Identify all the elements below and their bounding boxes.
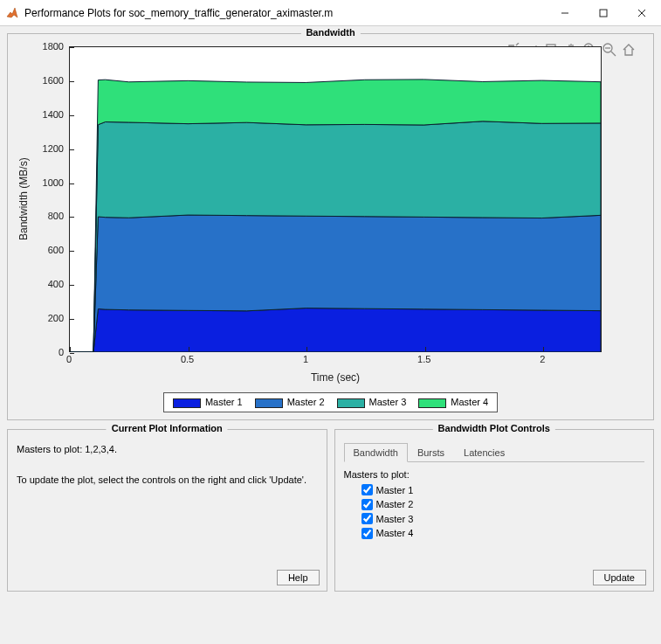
master-checkbox-label: Master 4 <box>376 526 414 541</box>
legend-label: Master 2 <box>287 397 325 407</box>
legend[interactable]: Master 1Master 2Master 3Master 4 <box>163 392 498 412</box>
legend-label: Master 3 <box>369 397 407 407</box>
y-axis-label: Bandwidth (MB/s) <box>15 46 32 352</box>
legend-entry[interactable]: Master 2 <box>255 397 325 408</box>
matlab-icon <box>5 6 19 20</box>
info-panel-title: Current Plot Information <box>107 423 228 433</box>
ctrl-panel-title: Bandwidth Plot Controls <box>433 423 555 433</box>
info-line-2: To update the plot, select the controls … <box>17 473 318 488</box>
svg-rect-1 <box>600 10 607 17</box>
y-axis-ticks: 020040060080010001200140016001800 <box>32 46 69 352</box>
window-title: Performance Plots for soc_memory_traffic… <box>24 7 546 19</box>
info-line-1: Masters to plot: 1,2,3,4. <box>17 442 318 458</box>
master-checkbox-row[interactable]: Master 1 <box>361 483 645 498</box>
help-button[interactable]: Help <box>277 570 320 585</box>
x-tick: 0 <box>66 354 72 364</box>
svg-line-10 <box>611 52 616 56</box>
close-button[interactable] <box>623 0 661 26</box>
y-tick: 400 <box>48 279 64 289</box>
masters-to-plot-label: Masters to plot: <box>344 469 645 480</box>
x-tick: 2 <box>540 354 545 364</box>
y-tick: 0 <box>59 347 64 357</box>
legend-swatch <box>418 398 446 408</box>
y-tick: 200 <box>48 313 64 323</box>
y-tick: 1200 <box>43 143 64 154</box>
zoom-out-icon[interactable] <box>602 43 616 59</box>
y-tick: 1000 <box>43 177 64 188</box>
tab-latencies[interactable]: Latencies <box>454 443 514 462</box>
maximize-button[interactable] <box>584 0 623 26</box>
y-tick: 1400 <box>43 109 64 120</box>
current-plot-info-panel: Current Plot Information Masters to plot… <box>7 429 327 592</box>
y-tick: 600 <box>48 245 64 255</box>
x-axis-label: Time (sec) <box>69 371 602 384</box>
y-tick: 800 <box>48 211 64 221</box>
master-checkbox-label: Master 1 <box>376 483 414 498</box>
control-tabs: Bandwidth Bursts Latencies <box>344 442 645 462</box>
chart-panel-title: Bandwidth <box>300 27 360 38</box>
master-checkbox-row[interactable]: Master 2 <box>361 497 645 512</box>
legend-label: Master 4 <box>451 397 488 407</box>
x-tick: 0.5 <box>181 354 194 364</box>
legend-swatch <box>173 398 201 408</box>
legend-entry[interactable]: Master 4 <box>418 397 488 408</box>
master-checkbox-row[interactable]: Master 4 <box>361 526 645 541</box>
tab-bursts[interactable]: Bursts <box>408 443 454 462</box>
master-checkbox-row[interactable]: Master 3 <box>361 512 645 527</box>
legend-swatch <box>255 398 283 408</box>
y-tick: 1800 <box>43 41 64 52</box>
legend-label: Master 1 <box>205 397 243 407</box>
master-checkbox-label: Master 3 <box>376 512 414 527</box>
master-1-checkbox[interactable] <box>361 484 373 495</box>
master-3-checkbox[interactable] <box>361 513 373 524</box>
master-checkbox-label: Master 2 <box>376 497 414 512</box>
master-4-checkbox[interactable] <box>361 528 373 539</box>
tab-bandwidth[interactable]: Bandwidth <box>344 443 408 462</box>
bandwidth-chart-panel: Bandwidth Bandwidth (MB/s) 0200400600800… <box>7 33 654 420</box>
bandwidth-plot-controls-panel: Bandwidth Plot Controls Bandwidth Bursts… <box>334 429 655 592</box>
x-tick: 1.5 <box>417 354 430 364</box>
legend-entry[interactable]: Master 3 <box>337 397 407 408</box>
master-2-checkbox[interactable] <box>361 499 373 510</box>
y-tick: 1600 <box>43 75 64 86</box>
legend-entry[interactable]: Master 1 <box>173 397 243 408</box>
titlebar: Performance Plots for soc_memory_traffic… <box>0 0 661 26</box>
legend-swatch <box>337 398 365 408</box>
minimize-button[interactable] <box>546 0 584 26</box>
update-button[interactable]: Update <box>593 570 646 585</box>
axes[interactable] <box>69 46 602 352</box>
home-icon[interactable] <box>622 43 636 59</box>
x-axis-ticks: 00.511.52 <box>69 352 602 370</box>
x-tick: 1 <box>303 354 308 364</box>
